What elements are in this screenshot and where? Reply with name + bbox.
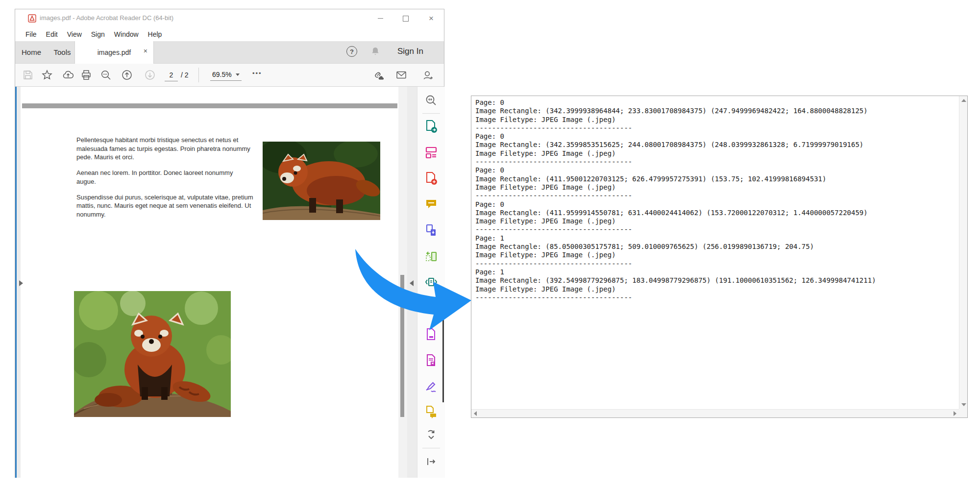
tools-rail: [417, 87, 445, 478]
output-line: Page: 1: [475, 268, 955, 276]
menubar: FileEditViewSignWindowHelp: [15, 27, 444, 41]
zoom-level-dropdown[interactable]: 69.5%: [210, 69, 242, 81]
output-line: Image Rectangle: (342.3999938964844; 233…: [475, 107, 955, 115]
minimize-icon: [378, 18, 383, 19]
edit-pdf-tool-icon[interactable]: [425, 146, 438, 159]
add-person-icon[interactable]: [422, 69, 434, 81]
favorites-star-icon[interactable]: [41, 69, 53, 81]
scroll-left-icon[interactable]: [474, 411, 477, 416]
tab-document[interactable]: images.pdf ×: [74, 41, 154, 64]
document-tab-label: images.pdf: [98, 49, 131, 56]
organize-pages-tool-icon[interactable]: [425, 249, 438, 263]
open-tools-panel-icon[interactable]: [425, 455, 438, 469]
output-line: Image Filetype: JPEG Image (.jpeg): [475, 251, 955, 259]
rail-divider: [422, 448, 440, 448]
scan-ocr-tool-icon[interactable]: [425, 327, 438, 341]
red-panda-photo-bottom: [74, 291, 231, 417]
redact-tool-icon[interactable]: [425, 301, 438, 315]
menu-view[interactable]: View: [67, 30, 82, 38]
collapse-tools-panel-arrow[interactable]: [410, 280, 414, 286]
toolbar: 2 / 2 69.5% •••: [15, 63, 444, 87]
more-tools-icon[interactable]: [425, 428, 438, 442]
output-panel: Page: 0Image Rectangle: (342.39999389648…: [471, 96, 968, 418]
output-line: Page: 0: [475, 98, 955, 107]
page-number-input[interactable]: 2: [165, 69, 178, 81]
output-horizontal-scrollbar[interactable]: [471, 409, 959, 417]
output-divider-line: --------------------------------------: [475, 124, 955, 132]
export-pdf-tool-icon[interactable]: [425, 120, 438, 133]
output-line: Page: 0: [475, 200, 955, 209]
output-line: Image Rectangle: (411.95001220703125; 62…: [475, 175, 955, 183]
output-vertical-scrollbar[interactable]: [959, 96, 967, 409]
pdf-file-icon: [28, 14, 36, 23]
pdf-paragraph: Aenean nec lorem. In porttitor. Donec la…: [76, 169, 254, 186]
rail-scrollbar-thumb[interactable]: [442, 314, 444, 402]
acrobat-window: images.pdf - Adobe Acrobat Reader DC (64…: [15, 9, 444, 478]
more-tools-ellipsis-icon[interactable]: •••: [252, 70, 262, 77]
request-signatures-tool-icon[interactable]: [425, 405, 438, 419]
help-icon[interactable]: ?: [346, 46, 357, 57]
page-separator-bar: [22, 103, 397, 108]
output-text[interactable]: Page: 0Image Rectangle: (342.39999389648…: [471, 96, 959, 409]
menu-edit[interactable]: Edit: [46, 30, 58, 38]
tabbar: Home Tools images.pdf × ? Sign In: [15, 41, 444, 63]
menu-help[interactable]: Help: [148, 30, 162, 38]
output-line: Image Rectangle: (392.54998779296875; 18…: [475, 276, 955, 285]
close-icon: ×: [429, 14, 434, 23]
output-line: Image Rectangle: (85.05000305175781; 509…: [475, 243, 955, 251]
document-scrollbar-thumb[interactable]: [400, 275, 404, 417]
toolbar-divider: [198, 68, 199, 82]
window-title: images.pdf - Adobe Acrobat Reader DC (64…: [40, 14, 173, 22]
comment-tool-icon[interactable]: [425, 197, 438, 211]
maximize-button[interactable]: [393, 9, 418, 27]
create-pdf-tool-icon[interactable]: [425, 172, 438, 185]
menu-file[interactable]: File: [25, 30, 37, 38]
search-icon[interactable]: [100, 69, 112, 81]
prepare-form-tool-icon[interactable]: [425, 353, 438, 367]
next-page-icon[interactable]: [144, 69, 156, 81]
output-divider-line: --------------------------------------: [475, 260, 955, 268]
tab-close-icon[interactable]: ×: [144, 48, 147, 54]
maximize-icon: [403, 16, 409, 22]
sign-in-button[interactable]: Sign In: [397, 47, 423, 56]
minimize-button[interactable]: [368, 9, 393, 27]
pdf-page: Pellentesque habitant morbi tristique se…: [21, 87, 398, 478]
menu-sign[interactable]: Sign: [91, 30, 105, 38]
output-line: Image Filetype: JPEG Image (.jpeg): [475, 285, 955, 294]
compress-pdf-tool-icon[interactable]: [425, 275, 438, 289]
print-icon[interactable]: [80, 69, 92, 81]
output-line: Image Rectangle: (342.3599853515625; 244…: [475, 141, 955, 149]
pdf-paragraph: Suspendisse dui purus, scelerisque at, v…: [76, 193, 254, 219]
menu-window[interactable]: Window: [114, 30, 139, 38]
previous-page-icon[interactable]: [121, 69, 133, 81]
share-link-icon[interactable]: [372, 69, 384, 81]
tab-tools[interactable]: Tools: [48, 41, 77, 63]
tab-home[interactable]: Home: [15, 41, 48, 63]
output-line: Page: 0: [475, 166, 955, 174]
combine-files-tool-icon[interactable]: [425, 223, 438, 237]
email-icon[interactable]: [395, 69, 407, 81]
scroll-down-icon[interactable]: [961, 403, 966, 406]
page-total-label: / 2: [181, 71, 189, 79]
notifications-bell-icon[interactable]: [369, 46, 381, 57]
cloud-upload-icon[interactable]: [62, 69, 74, 81]
output-divider-line: --------------------------------------: [475, 158, 955, 166]
scroll-up-icon[interactable]: [961, 99, 966, 102]
scroll-right-icon[interactable]: [954, 411, 956, 416]
titlebar[interactable]: images.pdf - Adobe Acrobat Reader DC (64…: [15, 9, 444, 27]
fill-sign-tool-icon[interactable]: [425, 379, 438, 393]
window-accent-edge: [15, 87, 17, 478]
chevron-down-icon: [236, 74, 240, 76]
find-zoom-tool-icon[interactable]: [425, 94, 438, 108]
document-area: Pellentesque habitant morbi tristique se…: [15, 87, 444, 478]
expand-nav-panel-arrow[interactable]: [19, 280, 23, 286]
output-divider-line: --------------------------------------: [475, 294, 955, 302]
output-line: Image Filetype: JPEG Image (.jpeg): [475, 116, 955, 124]
output-line: Page: 1: [475, 234, 955, 243]
output-line: Image Filetype: JPEG Image (.jpeg): [475, 217, 955, 225]
output-divider-line: --------------------------------------: [475, 192, 955, 200]
close-button[interactable]: ×: [418, 9, 444, 27]
output-line: Image Rectangle: (411.9599914550781; 631…: [475, 209, 955, 217]
document-scrollbar[interactable]: [398, 87, 407, 478]
save-icon[interactable]: [22, 69, 34, 81]
